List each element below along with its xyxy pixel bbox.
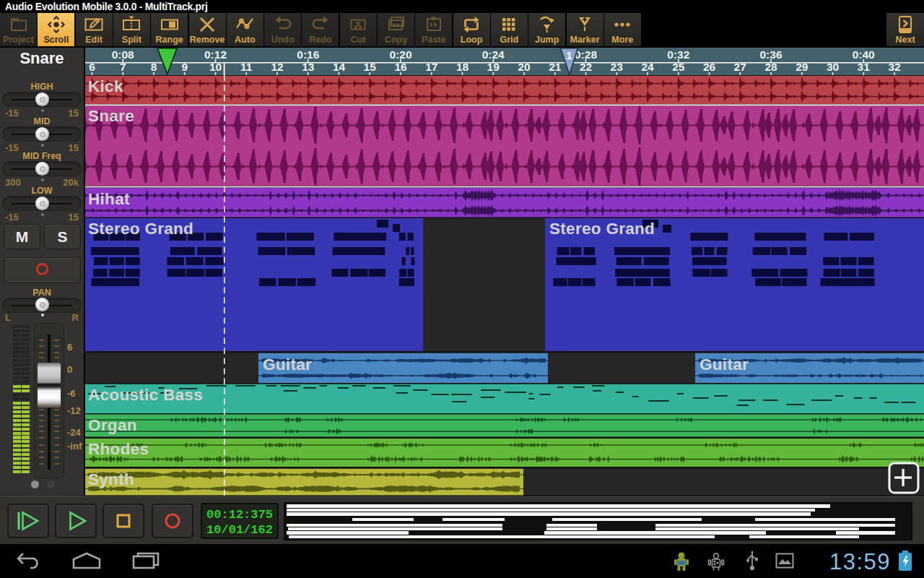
svg-text:26: 26 <box>703 61 716 73</box>
svg-text:Organ: Organ <box>88 416 137 434</box>
svg-text:17: 17 <box>425 61 437 73</box>
svg-text:1: 1 <box>566 49 572 61</box>
svg-text:13: 13 <box>302 61 315 73</box>
svg-text:Rhodes: Rhodes <box>88 440 149 458</box>
svg-text:18: 18 <box>456 61 469 73</box>
svg-text:Guitar: Guitar <box>699 355 749 374</box>
svg-text:0:20: 0:20 <box>389 48 411 61</box>
svg-text:0:08: 0:08 <box>112 48 134 61</box>
svg-text:0:32: 0:32 <box>667 48 689 61</box>
svg-text:7: 7 <box>120 61 126 73</box>
svg-text:0:24: 0:24 <box>482 48 505 61</box>
svg-text:0:12: 0:12 <box>204 48 227 61</box>
svg-text:23: 23 <box>611 61 624 73</box>
svg-text:25: 25 <box>672 61 685 73</box>
svg-text:Kick: Kick <box>88 77 123 95</box>
svg-text:28: 28 <box>764 61 777 73</box>
svg-text:15: 15 <box>364 61 377 73</box>
svg-text:10: 10 <box>209 61 222 73</box>
svg-text:27: 27 <box>734 61 746 73</box>
svg-text:0:36: 0:36 <box>759 48 782 61</box>
svg-text:Acoustic Bass: Acoustic Bass <box>88 386 203 404</box>
svg-text:29: 29 <box>796 61 808 73</box>
svg-text:20: 20 <box>518 61 530 73</box>
svg-text:14: 14 <box>333 61 346 73</box>
svg-text:24: 24 <box>641 61 654 73</box>
svg-text:0:16: 0:16 <box>297 48 319 61</box>
svg-text:16: 16 <box>394 61 407 73</box>
svg-text:Guitar: Guitar <box>263 355 312 374</box>
svg-text:30: 30 <box>827 61 839 73</box>
svg-text:0:28: 0:28 <box>575 48 597 61</box>
svg-text:6: 6 <box>89 61 95 73</box>
svg-text:9: 9 <box>181 61 188 73</box>
svg-text:Stereo Grand: Stereo Grand <box>88 220 193 238</box>
svg-text:11: 11 <box>240 61 253 73</box>
svg-text:8: 8 <box>151 61 157 73</box>
svg-text:Snare: Snare <box>88 107 134 125</box>
svg-text:31: 31 <box>858 61 871 73</box>
svg-text:19: 19 <box>487 61 500 73</box>
svg-text:21: 21 <box>549 61 562 73</box>
svg-text:Hihat: Hihat <box>88 190 130 208</box>
svg-text:Synth: Synth <box>88 470 134 488</box>
svg-text:32: 32 <box>888 61 900 73</box>
svg-text:22: 22 <box>580 61 592 73</box>
svg-text:0:40: 0:40 <box>853 48 875 61</box>
svg-text:12: 12 <box>271 61 283 73</box>
svg-text:Stereo Grand: Stereo Grand <box>549 220 655 238</box>
